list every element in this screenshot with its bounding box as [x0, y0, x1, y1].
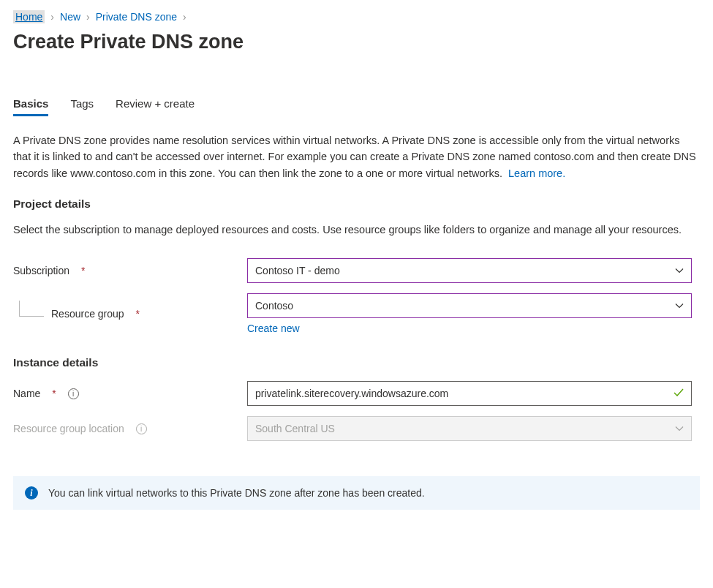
subscription-select[interactable]: Contoso IT - demo [247, 258, 692, 283]
chevron-down-icon [675, 424, 684, 433]
info-banner: i You can link virtual networks to this … [13, 476, 700, 510]
tab-review-create[interactable]: Review + create [116, 97, 195, 116]
project-details-heading: Project details [13, 197, 700, 211]
chevron-down-icon [675, 301, 684, 310]
learn-more-link[interactable]: Learn more. [508, 167, 565, 179]
chevron-down-icon [675, 266, 684, 275]
description-text: A Private DNS zone provides name resolut… [13, 135, 696, 179]
info-icon[interactable]: i [136, 423, 147, 434]
resource-group-location-value: South Central US [255, 423, 335, 434]
chevron-right-icon: › [183, 11, 186, 23]
name-label: Name * i [13, 388, 247, 399]
info-icon[interactable]: i [68, 388, 79, 399]
resource-group-location-label: Resource group location i [13, 423, 247, 434]
info-icon: i [25, 486, 38, 500]
breadcrumb-private-dns-zone[interactable]: Private DNS zone [96, 11, 177, 23]
subscription-label: Subscription * [13, 265, 247, 276]
breadcrumb-home[interactable]: Home [13, 10, 45, 23]
resource-group-label: Resource group * [13, 308, 247, 320]
required-asterisk: * [81, 265, 85, 276]
basics-description: A Private DNS zone provides name resolut… [13, 132, 700, 181]
chevron-right-icon: › [86, 11, 90, 23]
create-new-link[interactable]: Create new [247, 323, 300, 334]
name-input[interactable] [247, 381, 692, 406]
tab-tags[interactable]: Tags [70, 97, 94, 116]
chevron-right-icon: › [50, 11, 54, 23]
resource-group-location-select: South Central US [247, 416, 692, 441]
info-banner-text: You can link virtual networks to this Pr… [48, 487, 425, 499]
page-title: Create Private DNS zone [13, 31, 700, 53]
tabs: Basics Tags Review + create [13, 97, 700, 116]
required-asterisk: * [136, 308, 140, 320]
subscription-value: Contoso IT - demo [255, 265, 340, 276]
resource-group-value: Contoso [255, 300, 293, 312]
indent-connector-icon [19, 301, 44, 317]
instance-details-heading: Instance details [13, 356, 700, 369]
check-icon [673, 387, 684, 401]
breadcrumb: Home › New › Private DNS zone › [13, 10, 700, 23]
tab-basics[interactable]: Basics [13, 97, 48, 116]
project-details-description: Select the subscription to manage deploy… [13, 222, 700, 238]
resource-group-select[interactable]: Contoso [247, 293, 692, 318]
breadcrumb-new[interactable]: New [60, 11, 80, 23]
required-asterisk: * [52, 388, 56, 399]
